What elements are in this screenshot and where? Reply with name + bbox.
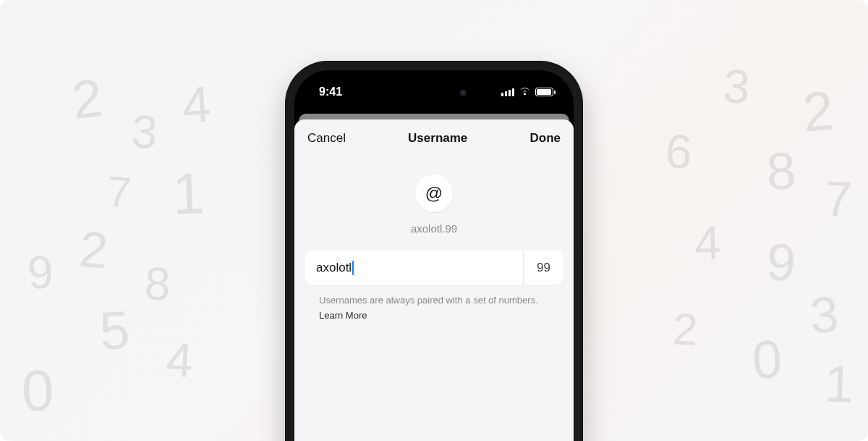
battery-icon (535, 88, 553, 96)
bg-digit: 6 (664, 127, 693, 176)
status-right (501, 85, 553, 98)
bg-digit: 2 (69, 71, 105, 127)
cancel-button[interactable]: Cancel (307, 131, 346, 146)
text-caret (352, 261, 354, 275)
bg-digit: 8 (765, 144, 797, 198)
helper-sentence: Usernames are always paired with a set o… (319, 295, 538, 306)
cellular-icon (501, 88, 514, 96)
phone-frame: 9:41 Cancel Username Done (286, 62, 582, 441)
helper-text: Usernames are always paired with a set o… (305, 285, 563, 323)
bg-digit: 2 (801, 83, 836, 140)
username-field-wrap: axolotl 99 Usernames are always paired w… (294, 235, 574, 323)
username-field[interactable]: axolotl 99 (305, 251, 563, 285)
bg-digit: 2 (77, 223, 110, 276)
bg-digit: 9 (26, 248, 54, 296)
bg-digit: 4 (181, 79, 213, 132)
stage: 2347129854032687493201 9:41 (0, 0, 868, 441)
bg-digit: 1 (824, 357, 855, 410)
bg-digit: 8 (144, 260, 171, 307)
status-time: 9:41 (319, 85, 342, 98)
done-button[interactable]: Done (529, 131, 561, 146)
bg-digit: 7 (106, 170, 132, 215)
username-display: axolotl.99 (411, 222, 457, 235)
bg-digit: 4 (165, 335, 194, 385)
username-suffix: 99 (523, 251, 563, 285)
dynamic-island (391, 80, 477, 105)
username-input-value: axolotl (316, 261, 352, 275)
bg-digit: 2 (671, 306, 699, 353)
at-icon: @ (415, 175, 453, 212)
hero: @ axolotl.99 (294, 175, 574, 235)
phone-screen: 9:41 Cancel Username Done (294, 70, 574, 441)
bg-digit: 7 (824, 173, 853, 223)
bg-digit: 0 (21, 361, 55, 421)
bg-digit: 4 (694, 218, 722, 266)
sheet-title: Username (408, 131, 467, 146)
bg-digit: 0 (751, 332, 783, 387)
bg-digit: 1 (171, 164, 205, 224)
sheet-nav: Cancel Username Done (294, 119, 574, 156)
bg-digit: 3 (722, 62, 752, 111)
bg-digit: 3 (130, 108, 158, 156)
bg-digit: 3 (809, 289, 841, 342)
username-sheet: Cancel Username Done @ axolotl.99 axolot… (294, 119, 574, 441)
learn-more-link[interactable]: Learn More (319, 309, 549, 323)
bg-digit: 9 (765, 235, 798, 290)
bg-digit: 5 (98, 303, 131, 359)
username-input[interactable]: axolotl (305, 251, 523, 285)
wifi-icon (519, 85, 531, 98)
